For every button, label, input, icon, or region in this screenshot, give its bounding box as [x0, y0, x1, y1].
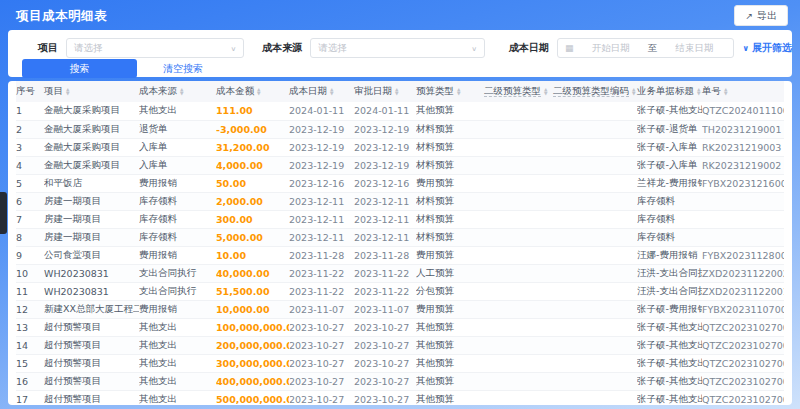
- cell-source: 支出合同执行: [139, 282, 216, 300]
- cell-project: 新建XX总部大厦工程二期: [44, 300, 139, 318]
- cell-idx: 4: [16, 156, 44, 174]
- cell-budget: 材料预算: [416, 156, 484, 174]
- project-select-placeholder: 请选择: [74, 42, 103, 55]
- cell-sec-budget: [484, 300, 553, 318]
- cell-sec-budget: [484, 354, 553, 372]
- cell-docno: ZXD20231122002: [702, 264, 784, 282]
- sort-icon[interactable]: ▲▼: [632, 88, 635, 96]
- cell-date: 2023-11-28: [354, 246, 416, 264]
- sort-icon[interactable]: ▲▼: [457, 88, 460, 96]
- chevron-down-icon: ∨: [230, 44, 236, 51]
- cell-amount: 500,000,000.00: [216, 390, 289, 405]
- cell-sec-code: [553, 264, 637, 282]
- cell-budget: 费用预算: [416, 300, 484, 318]
- sort-icon[interactable]: ▲▼: [724, 88, 727, 96]
- table-row: 13超付预警项目其他支出100,000,000.002023-10-272023…: [16, 318, 784, 336]
- cell-date: 2023-11-22: [354, 264, 416, 282]
- sort-icon[interactable]: ▲▼: [395, 88, 398, 96]
- cell-doc-title: 汪洪-支出合同执行: [637, 282, 702, 300]
- table-row: 3金融大厦采购项目入库单31,200.002023-12-192023-12-1…: [16, 138, 784, 156]
- sort-icon[interactable]: ▲▼: [66, 88, 69, 96]
- export-button-label: 导出: [757, 9, 777, 23]
- sort-icon[interactable]: ▲▼: [544, 88, 547, 96]
- cell-sec-budget: [484, 228, 553, 246]
- cell-project: 公司食堂项目: [44, 246, 139, 264]
- cell-budget: 其他预算: [416, 372, 484, 390]
- drawer-handle[interactable]: [0, 192, 7, 234]
- cell-amount: 4,000.00: [216, 156, 289, 174]
- column-header[interactable]: 二级预算类型编码▲▼: [553, 81, 637, 102]
- cell-budget: 人工预算: [416, 264, 484, 282]
- cost-date-range-picker[interactable]: ▦ 开始日期 至 结束日期: [557, 38, 734, 58]
- sort-icon[interactable]: ▲▼: [180, 88, 183, 96]
- table-row: 11WH20230831支出合同执行51,500.002023-11-22202…: [16, 282, 784, 300]
- cell-date: 2023-10-27: [354, 318, 416, 336]
- cell-source: 费用报销: [139, 246, 216, 264]
- column-header-label: 二级预算类型: [484, 85, 541, 98]
- cell-source: 库存领料: [139, 192, 216, 210]
- export-button[interactable]: ↗ 导出: [734, 5, 788, 26]
- cell-amount: 111.00: [216, 102, 289, 120]
- expand-filters-link[interactable]: ∨ 展开筛选: [743, 41, 793, 55]
- cell-doc-title: 库存领料: [637, 210, 702, 228]
- column-header[interactable]: 项目▲▼: [44, 81, 139, 102]
- cell-amount: 51,500.00: [216, 282, 289, 300]
- export-icon: ↗: [745, 11, 753, 21]
- cell-docno: TH20231219001: [702, 120, 784, 138]
- cell-date: 2023-11-07: [354, 300, 416, 318]
- cell-amount: 10.00: [216, 246, 289, 264]
- top-bar: 项目成本明细表 ↗ 导出: [0, 0, 800, 30]
- cell-project: WH20230831: [44, 264, 139, 282]
- column-header[interactable]: 成本来源▲▼: [139, 81, 216, 102]
- cost-source-select[interactable]: 请选择 ∨: [310, 38, 485, 58]
- table-header-row: 序号项目▲▼成本来源▲▼成本金额▲▼成本日期▲▼审批日期▲▼预算类型▲▼二级预算…: [16, 81, 784, 102]
- cell-docno: FYBX20231128001: [702, 246, 784, 264]
- table-row: 4金融大厦采购项目入库单4,000.002023-12-192023-12-19…: [16, 156, 784, 174]
- column-header-label: 序号: [16, 85, 35, 98]
- column-header[interactable]: 二级预算类型▲▼: [484, 81, 553, 102]
- end-date-input[interactable]: 结束日期: [663, 42, 725, 55]
- table-row: 2金融大厦采购项目退货单-3,000.002023-12-192023-12-1…: [16, 120, 784, 138]
- clear-search-link[interactable]: 清空搜索: [163, 62, 203, 76]
- cell-idx: 10: [16, 264, 44, 282]
- column-header[interactable]: 业务单据标题▲▼: [637, 81, 702, 102]
- table-row: 7房建一期项目库存领料300.002023-12-112023-12-11材料预…: [16, 210, 784, 228]
- filter-row: 项目 请选择 ∨ 成本来源 请选择 ∨ 成本日期 ▦ 开始日期 至 结束日期 ∨…: [8, 38, 792, 58]
- cell-docno: QTZC20231027002: [702, 390, 784, 405]
- column-header[interactable]: 预算类型▲▼: [416, 81, 484, 102]
- search-button[interactable]: 搜索: [22, 59, 137, 78]
- cell-sec-budget: [484, 120, 553, 138]
- start-date-input[interactable]: 开始日期: [580, 42, 642, 55]
- cell-sec-code: [553, 372, 637, 390]
- cell-sec-code: [553, 228, 637, 246]
- cell-amount: 100,000,000.00: [216, 318, 289, 336]
- cell-idx: 2: [16, 120, 44, 138]
- cell-doc-title: 张子硕-其他支出: [637, 372, 702, 390]
- cell-idx: 5: [16, 174, 44, 192]
- column-header[interactable]: 成本金额▲▼: [216, 81, 289, 102]
- cell-docno: RK20231219002: [702, 156, 784, 174]
- cell-date: 2023-12-16: [354, 174, 416, 192]
- cell-idx: 12: [16, 300, 44, 318]
- column-header[interactable]: 审批日期▲▼: [354, 81, 416, 102]
- cell-doc-title: 汪洪-支出合同执行: [637, 264, 702, 282]
- cell-budget: 材料预算: [416, 210, 484, 228]
- column-header[interactable]: 成本日期▲▼: [289, 81, 354, 102]
- sort-icon[interactable]: ▲▼: [257, 88, 260, 96]
- cell-amount: 2,000.00: [216, 192, 289, 210]
- sort-icon[interactable]: ▲▼: [330, 88, 333, 96]
- cell-project: 房建一期项目: [44, 192, 139, 210]
- calendar-icon: ▦: [565, 43, 574, 53]
- chevron-down-icon: ∨: [743, 44, 750, 53]
- cell-sec-budget: [484, 210, 553, 228]
- cell-sec-code: [553, 210, 637, 228]
- filter-panel: 项目 请选择 ∨ 成本来源 请选择 ∨ 成本日期 ▦ 开始日期 至 结束日期 ∨…: [8, 30, 792, 77]
- column-header[interactable]: 单号▲▼: [702, 81, 784, 102]
- table-body: 1金融大厦采购项目其他支出111.002024-01-112024-01-11其…: [16, 102, 784, 405]
- cell-sec-code: [553, 246, 637, 264]
- project-select[interactable]: 请选择 ∨: [66, 38, 244, 58]
- cell-doc-title: 张子硕-入库单: [637, 138, 702, 156]
- cell-amount: 400,000,000.00: [216, 372, 289, 390]
- sort-icon[interactable]: ▲▼: [697, 88, 700, 96]
- cell-doc-title: 张子硕-退货单: [637, 120, 702, 138]
